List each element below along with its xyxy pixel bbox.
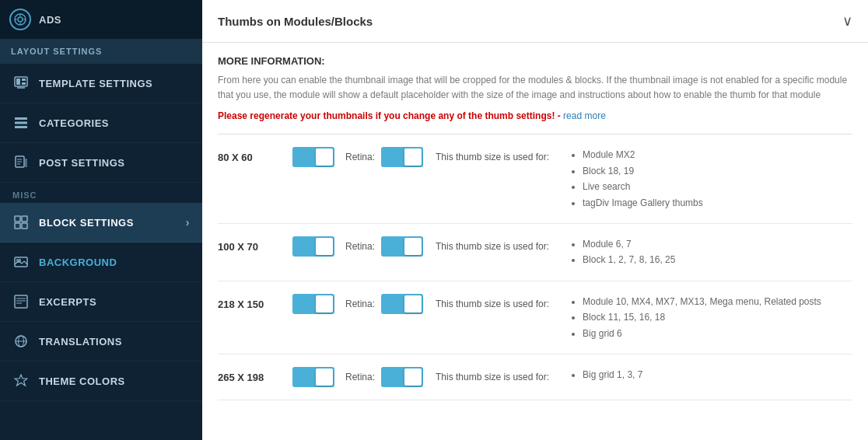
svg-rect-19 bbox=[15, 216, 20, 222]
regen-read-more-link[interactable]: read more bbox=[563, 110, 606, 121]
retina-label: Retina: bbox=[345, 241, 375, 252]
thumb-toggle-main[interactable] bbox=[292, 367, 334, 387]
excerpts-label: EXCERPTS bbox=[39, 296, 190, 308]
translations-label: TRANSLATIONS bbox=[39, 336, 190, 347]
retina-label: Retina: bbox=[345, 152, 375, 162]
thumb-toggle-retina[interactable] bbox=[381, 367, 423, 387]
list-item: Block 18, 19 bbox=[583, 163, 852, 179]
section-header: Thumbs on Modules/Blocks ∨ bbox=[202, 0, 868, 43]
more-info-text: From here you can enable the thumbnail i… bbox=[218, 73, 852, 103]
toggle-knob-retina bbox=[404, 295, 422, 313]
thumb-rows: 80 X 60Retina:This thumb size is used fo… bbox=[218, 134, 852, 400]
thumb-row: 80 X 60Retina:This thumb size is used fo… bbox=[218, 134, 852, 224]
section-body: MORE INFORMATION: From here you can enab… bbox=[202, 43, 868, 413]
toggle-knob-retina bbox=[404, 148, 422, 166]
sidebar-item-categories[interactable]: CATEGORIES bbox=[0, 103, 202, 143]
thumb-modules: Module 6, 7Block 1, 2, 7, 8, 16, 25 bbox=[569, 236, 852, 268]
misc-label: MISC bbox=[0, 183, 202, 203]
toggle-knob-retina bbox=[404, 238, 422, 255]
thumb-row: 265 X 198Retina:This thumb size is used … bbox=[218, 354, 852, 400]
theme-colors-label: THEME COLORS bbox=[39, 375, 190, 387]
thumb-toggle-retina[interactable] bbox=[381, 236, 423, 257]
ads-label: ADS bbox=[39, 14, 61, 26]
thumb-row: 100 X 70Retina:This thumb size is used f… bbox=[218, 224, 852, 281]
section-collapse-button[interactable]: ∨ bbox=[842, 12, 852, 30]
post-settings-label: POST SETTINGS bbox=[39, 157, 190, 169]
svg-rect-12 bbox=[15, 122, 27, 124]
theme-colors-icon bbox=[12, 372, 30, 389]
block-settings-icon bbox=[12, 214, 30, 231]
sidebar-item-theme-colors[interactable]: THEME COLORS bbox=[0, 361, 202, 401]
toggle-knob-retina bbox=[404, 368, 422, 386]
thumb-used-label: This thumb size is used for: bbox=[436, 147, 556, 162]
thumb-size-label: 218 X 150 bbox=[218, 294, 280, 310]
toggle-knob bbox=[316, 368, 333, 386]
toggle-knob bbox=[316, 238, 333, 255]
ads-icon bbox=[9, 9, 31, 30]
svg-rect-20 bbox=[22, 216, 27, 222]
svg-rect-9 bbox=[22, 82, 26, 85]
list-item: tagDiv Image Gallery thumbs bbox=[583, 195, 852, 211]
sidebar-item-background[interactable]: BACKGROUND bbox=[0, 243, 202, 282]
toggle-group: Retina: bbox=[292, 147, 423, 167]
thumb-size-label: 80 X 60 bbox=[218, 147, 280, 163]
thumb-size-label: 265 X 198 bbox=[218, 367, 280, 383]
list-item: Big grid 1, 3, 7 bbox=[583, 367, 852, 382]
svg-rect-8 bbox=[22, 79, 26, 81]
list-item: Module 10, MX4, MX7, MX13, Mega menu, Re… bbox=[583, 294, 852, 309]
thumb-modules: Module 10, MX4, MX7, MX13, Mega menu, Re… bbox=[569, 294, 852, 341]
sidebar: ADS LAYOUT SETTINGS TEMPLATE SETTINGS bbox=[0, 0, 202, 440]
list-item: Block 11, 15, 16, 18 bbox=[583, 309, 852, 325]
toggle-group: Retina: bbox=[292, 236, 423, 257]
post-settings-icon bbox=[12, 154, 30, 171]
background-icon bbox=[12, 253, 30, 271]
thumb-toggle-main[interactable] bbox=[292, 147, 334, 167]
thumb-row: 218 X 150Retina:This thumb size is used … bbox=[218, 281, 852, 354]
section-title: Thumbs on Modules/Blocks bbox=[218, 15, 373, 28]
thumb-used-label: This thumb size is used for: bbox=[436, 236, 556, 252]
svg-rect-25 bbox=[15, 295, 27, 308]
sidebar-item-excerpts[interactable]: EXCERPTS bbox=[0, 282, 202, 322]
svg-rect-7 bbox=[16, 79, 20, 85]
sidebar-item-ads[interactable]: ADS bbox=[0, 0, 202, 39]
excerpts-icon bbox=[12, 293, 30, 310]
sidebar-item-post-settings[interactable]: POST SETTINGS bbox=[0, 143, 202, 183]
list-item: Block 1, 2, 7, 8, 16, 25 bbox=[583, 252, 852, 267]
svg-rect-21 bbox=[15, 223, 20, 229]
list-item: Big grid 6 bbox=[583, 326, 852, 341]
thumb-modules: Big grid 1, 3, 7 bbox=[569, 367, 852, 382]
toggle-group: Retina: bbox=[292, 294, 423, 314]
retina-label: Retina: bbox=[345, 299, 375, 309]
regen-notice-text: Please regenerate your thumbnails if you… bbox=[218, 110, 555, 121]
thumb-toggle-main[interactable] bbox=[292, 236, 334, 257]
main-content: Thumbs on Modules/Blocks ∨ MORE INFORMAT… bbox=[202, 0, 868, 440]
list-item: Live search bbox=[583, 179, 852, 194]
sidebar-item-translations[interactable]: TRANSLATIONS bbox=[0, 322, 202, 361]
template-settings-icon bbox=[12, 75, 30, 92]
translations-icon bbox=[12, 333, 30, 350]
svg-rect-13 bbox=[15, 126, 27, 128]
thumb-modules: Module MX2Block 18, 19Live searchtagDiv … bbox=[569, 147, 852, 211]
sidebar-item-template-settings[interactable]: TEMPLATE SETTINGS bbox=[0, 64, 202, 103]
categories-label: CATEGORIES bbox=[39, 117, 190, 129]
layout-settings-section: LAYOUT SETTINGS bbox=[0, 39, 202, 64]
toggle-knob bbox=[316, 295, 333, 313]
thumb-size-label: 100 X 70 bbox=[218, 236, 280, 253]
svg-rect-11 bbox=[15, 117, 27, 120]
toggle-group: Retina: bbox=[292, 367, 423, 387]
thumb-toggle-retina[interactable] bbox=[381, 294, 423, 314]
thumb-toggle-main[interactable] bbox=[292, 294, 334, 314]
background-label: BACKGROUND bbox=[39, 257, 190, 268]
categories-icon bbox=[12, 114, 30, 131]
sidebar-item-block-settings[interactable]: BLOCK SETTINGS › bbox=[0, 203, 202, 243]
more-info-label: MORE INFORMATION: bbox=[218, 55, 852, 67]
svg-point-1 bbox=[18, 17, 23, 22]
svg-rect-15 bbox=[25, 159, 27, 167]
thumb-toggle-retina[interactable] bbox=[381, 147, 423, 167]
template-settings-label: TEMPLATE SETTINGS bbox=[39, 78, 190, 89]
svg-rect-22 bbox=[22, 223, 27, 229]
regen-notice: Please regenerate your thumbnails if you… bbox=[218, 110, 852, 121]
block-settings-arrow: › bbox=[186, 216, 190, 229]
list-item: Module 6, 7 bbox=[583, 236, 852, 252]
block-settings-label: BLOCK SETTINGS bbox=[39, 217, 177, 229]
